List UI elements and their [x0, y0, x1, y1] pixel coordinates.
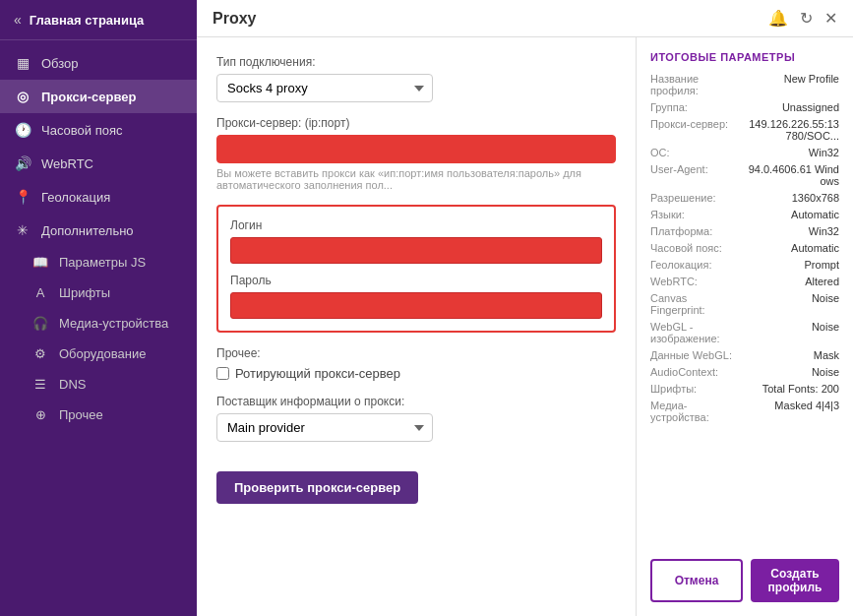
rotating-proxy-row: Ротирующий прокси-сервер — [216, 366, 616, 381]
proxy-icon: ◎ — [14, 89, 31, 104]
panel-row: ОС:Win32 — [650, 147, 839, 158]
sidebar-subitem-label: Оборудование — [59, 346, 146, 361]
sidebar-subitem-label: Параметры JS — [59, 255, 146, 270]
panel-row: Медиа-устройства:Masked 4|4|3 — [650, 400, 839, 423]
login-password-box: Логин Пароль — [216, 205, 616, 333]
main-area: Proxy 🔔 ↻ ✕ Тип подключения: Socks 4 pro… — [197, 0, 853, 616]
sidebar-item-webrtc[interactable]: 🔊 WebRTC — [0, 147, 197, 180]
panel-key: WebRTC: — [650, 276, 744, 287]
panel-row: Шрифты:Total Fonts: 200 — [650, 383, 839, 395]
panel-row: Часовой пояс:Automatic — [650, 242, 839, 254]
panel-row: AudioContext:Noise — [650, 366, 839, 378]
other-label: Прочее: — [216, 346, 616, 360]
panel-row: Разрешение:1360x768 — [650, 192, 839, 204]
sidebar-item-label: WebRTC — [41, 156, 93, 171]
sidebar-item-hardware[interactable]: ⚙ Оборудование — [0, 339, 197, 369]
sidebar-home[interactable]: « Главная страница — [0, 0, 197, 40]
sidebar-item-overview[interactable]: ▦ Обзор — [0, 46, 197, 80]
panel-key: Canvas Fingerprint: — [650, 292, 744, 316]
panel-key: Данные WebGL: — [650, 349, 744, 361]
panel-row: Прокси-сервер:149.126.226.55:13780/SOC..… — [650, 118, 839, 142]
panel-row: Геолокация:Prompt — [650, 259, 839, 271]
refresh-icon[interactable]: ↻ — [800, 9, 813, 28]
sidebar-item-label: Дополнительно — [41, 223, 134, 238]
close-icon[interactable]: ✕ — [824, 9, 837, 28]
panel-row: WebRTC:Altered — [650, 276, 839, 287]
panel-value: Win32 — [809, 147, 839, 158]
dns-icon: ☰ — [31, 377, 49, 392]
connection-type-group: Тип подключения: Socks 4 proxy — [216, 55, 616, 102]
panel-value: Noise — [812, 292, 839, 316]
login-group: Логин — [230, 218, 602, 264]
panel-rows: Название профиля:New ProfileГруппа:Unass… — [650, 73, 839, 428]
provider-label: Поставщик информации о прокси: — [216, 395, 616, 408]
sidebar-item-media[interactable]: 🎧 Медиа-устройства — [0, 308, 197, 339]
timezone-icon: 🕐 — [14, 122, 31, 138]
sidebar-subitem-label: Шрифты — [59, 285, 110, 300]
panel-value: Noise — [812, 366, 839, 378]
panel-key: ОС: — [650, 147, 744, 158]
sidebar-item-label: Прокси-сервер — [41, 90, 137, 104]
sidebar-item-timezone[interactable]: 🕐 Часовой пояс — [0, 113, 197, 147]
sidebar-item-label: Геолокация — [41, 190, 110, 205]
advanced-icon: ✳ — [14, 222, 31, 238]
check-proxy-button[interactable]: Проверить прокси-сервер — [216, 471, 418, 504]
panel-value: 1360x768 — [792, 192, 839, 204]
home-label: Главная страница — [30, 13, 144, 28]
fonts-icon: A — [31, 285, 49, 300]
panel-value: Automatic — [791, 209, 839, 220]
panel-value: Prompt — [805, 259, 839, 271]
panel-row: Canvas Fingerprint:Noise — [650, 292, 839, 316]
panel-value: Masked 4|4|3 — [774, 400, 839, 423]
sidebar-item-label: Обзор — [41, 56, 79, 71]
panel-key: Медиа-устройства: — [650, 400, 744, 423]
provider-select[interactable]: Main provider — [216, 413, 433, 442]
webrtc-icon: 🔊 — [14, 155, 31, 171]
panel-key: Часовой пояс: — [650, 242, 744, 254]
proxy-server-group: Прокси-сервер: (ip:порт) Вы можете встав… — [216, 116, 616, 191]
sidebar-subitem-label: Прочее — [59, 407, 103, 422]
panel-key: Разрешение: — [650, 192, 744, 204]
sidebar-subitem-label: DNS — [59, 377, 86, 392]
sidebar-item-other[interactable]: ⊕ Прочее — [0, 400, 197, 430]
rotating-proxy-checkbox[interactable] — [216, 367, 229, 380]
panel-key: Платформа: — [650, 225, 744, 237]
overview-icon: ▦ — [14, 55, 31, 71]
panel-key: AudioContext: — [650, 366, 744, 378]
media-icon: 🎧 — [31, 316, 49, 331]
sidebar-item-geolocation[interactable]: 📍 Геолокация — [0, 180, 197, 214]
rotating-proxy-label: Ротирующий прокси-сервер — [235, 366, 400, 381]
sidebar-item-proxy[interactable]: ◎ Прокси-сервер — [0, 80, 197, 113]
connection-type-select[interactable]: Socks 4 proxy — [216, 74, 433, 102]
panel-row: Данные WebGL:Mask — [650, 349, 839, 361]
panel-value: 149.126.226.55:13780/SOC... — [744, 118, 839, 142]
topbar-icons: 🔔 ↻ ✕ — [768, 9, 837, 28]
sidebar-item-advanced[interactable]: ✳ Дополнительно — [0, 214, 197, 247]
panel-key: Название профиля: — [650, 73, 744, 96]
form-section: Тип подключения: Socks 4 proxy Прокси-се… — [197, 37, 637, 616]
login-input[interactable] — [230, 237, 602, 264]
proxy-server-input[interactable] — [216, 135, 616, 163]
sidebar-item-fonts[interactable]: A Шрифты — [0, 277, 197, 308]
panel-key: Геолокация: — [650, 259, 744, 271]
panel-value: Mask — [814, 349, 839, 361]
password-input[interactable] — [230, 292, 602, 319]
panel-value: 94.0.4606.61 Windows — [744, 163, 839, 187]
other-icon: ⊕ — [31, 407, 49, 422]
panel-value: Noise — [812, 321, 839, 344]
sidebar-item-js-params[interactable]: 📖 Параметры JS — [0, 247, 197, 277]
bell-icon[interactable]: 🔔 — [768, 9, 788, 28]
panel-key: Группа: — [650, 101, 744, 113]
panel-row: WebGL - изображение:Noise — [650, 321, 839, 344]
other-section: Прочее: Ротирующий прокси-сервер — [216, 346, 616, 381]
panel-value: Win32 — [809, 225, 839, 237]
panel-key: Языки: — [650, 209, 744, 220]
panel-row: Языки:Automatic — [650, 209, 839, 220]
panel-value: Automatic — [791, 242, 839, 254]
panel-row: Группа:Unassigned — [650, 101, 839, 113]
page-title: Proxy — [213, 10, 256, 28]
cancel-button[interactable]: Отмена — [650, 559, 743, 602]
create-profile-button[interactable]: Создать профиль — [751, 559, 839, 602]
panel-key: User-Agent: — [650, 163, 744, 187]
sidebar-item-dns[interactable]: ☰ DNS — [0, 369, 197, 400]
